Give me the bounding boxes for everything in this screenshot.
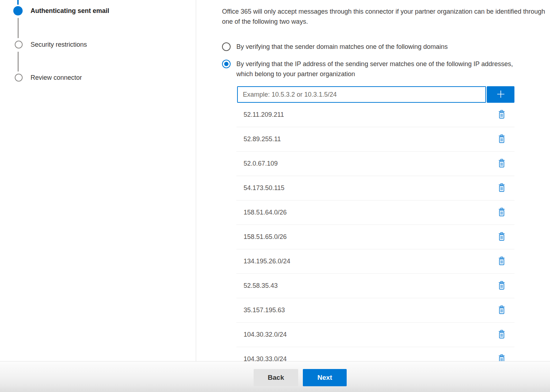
connector-wizard-window: Authenticating sent email Security restr… <box>0 0 550 392</box>
radio-unselected-icon[interactable] <box>222 42 231 51</box>
ip-value: 54.173.50.115 <box>236 184 497 192</box>
step-review-connector[interactable]: Review connector <box>31 74 82 82</box>
delete-ip-button[interactable] <box>497 231 507 244</box>
ip-list-row: 158.51.64.0/26 <box>236 200 514 225</box>
ip-list-row: 52.11.209.211 <box>236 103 514 127</box>
trash-icon <box>498 208 505 218</box>
trash-icon <box>498 257 505 267</box>
ip-value: 52.0.67.109 <box>236 160 497 167</box>
ip-value: 35.157.195.63 <box>236 306 497 314</box>
ip-value: 52.89.255.11 <box>236 135 497 143</box>
option-ip-address[interactable]: By verifying that the IP address of the … <box>222 59 550 79</box>
wizard-body: Authenticating sent email Security restr… <box>0 0 550 361</box>
ip-value: 158.51.64.0/26 <box>236 209 497 216</box>
trash-icon <box>498 305 505 315</box>
ip-value: 52.11.209.211 <box>236 111 497 119</box>
intro-text: Office 365 will only accept messages thr… <box>222 6 548 27</box>
trash-icon <box>498 159 505 169</box>
ip-list-row: 35.157.195.63 <box>236 298 514 323</box>
ip-value: 52.58.35.43 <box>236 282 497 290</box>
delete-ip-button[interactable] <box>497 353 507 361</box>
delete-ip-button[interactable] <box>497 109 507 121</box>
trash-icon <box>498 281 505 291</box>
trash-icon <box>498 354 505 361</box>
delete-ip-button[interactable] <box>497 157 507 170</box>
option-ip-address-label: By verifying that the IP address of the … <box>236 59 529 79</box>
option-sender-domain[interactable]: By verifying that the sender domain matc… <box>222 42 550 52</box>
delete-ip-button[interactable] <box>497 304 507 317</box>
step-current-dot <box>13 6 23 15</box>
step-authenticating-sent-email[interactable]: Authenticating sent email <box>31 7 109 15</box>
trash-icon <box>498 134 505 144</box>
delete-ip-button[interactable] <box>497 133 507 146</box>
trash-icon <box>498 330 505 340</box>
ip-value: 134.195.26.0/24 <box>236 258 497 265</box>
step-content: Office 365 will only accept messages thr… <box>196 0 550 361</box>
option-sender-domain-label: By verifying that the sender domain matc… <box>236 42 448 52</box>
trash-icon <box>498 232 505 242</box>
ip-list-row: 104.30.32.0/24 <box>236 323 514 347</box>
stepper-line <box>18 18 19 38</box>
plus-icon <box>496 89 506 100</box>
radio-selected-icon[interactable] <box>222 60 231 68</box>
next-button[interactable]: Next <box>303 369 347 386</box>
ip-list-row: 52.0.67.109 <box>236 152 514 176</box>
trash-icon <box>498 183 505 193</box>
ip-list-row: 158.51.65.0/26 <box>236 225 514 249</box>
stepper-line <box>18 52 19 72</box>
delete-ip-button[interactable] <box>497 182 507 195</box>
ip-list-row: 104.30.33.0/24 <box>236 347 514 361</box>
back-button[interactable]: Back <box>254 369 298 386</box>
delete-ip-button[interactable] <box>497 206 507 219</box>
ip-list-row: 134.195.26.0/24 <box>236 249 514 274</box>
ip-entry-row <box>237 86 550 103</box>
identification-options: By verifying that the sender domain matc… <box>222 42 550 79</box>
wizard-stepper: Authenticating sent email Security restr… <box>0 0 196 361</box>
step-open-dot <box>15 74 23 82</box>
delete-ip-button[interactable] <box>497 280 507 292</box>
step-security-restrictions[interactable]: Security restrictions <box>31 41 87 49</box>
ip-list: 52.11.209.211 52.89.255.11 <box>236 103 514 361</box>
stepper-line-completed <box>17 0 19 5</box>
add-ip-button[interactable] <box>487 86 514 103</box>
ip-value: 104.30.32.0/24 <box>236 331 497 338</box>
step-open-dot <box>15 41 23 49</box>
ip-list-row: 52.89.255.11 <box>236 127 514 152</box>
delete-ip-button[interactable] <box>497 255 507 268</box>
ip-value: 158.51.65.0/26 <box>236 233 497 241</box>
ip-address-input[interactable] <box>237 86 486 103</box>
trash-icon <box>498 110 505 120</box>
wizard-footer: Back Next <box>0 361 550 392</box>
delete-ip-button[interactable] <box>497 328 507 341</box>
ip-value: 104.30.33.0/24 <box>236 355 497 361</box>
ip-list-row: 52.58.35.43 <box>236 274 514 298</box>
ip-list-row: 54.173.50.115 <box>236 176 514 200</box>
